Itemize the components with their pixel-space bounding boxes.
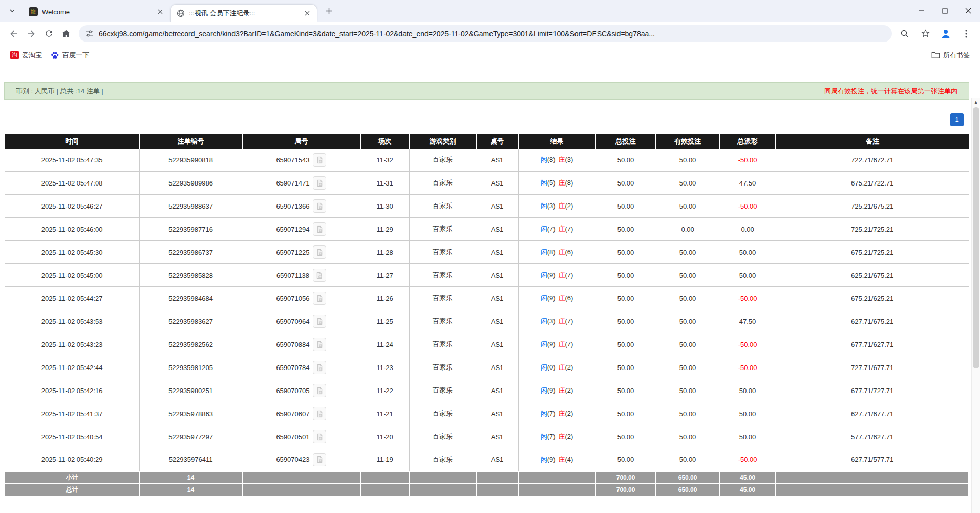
banker-result-label: 庄	[559, 340, 565, 348]
scroll-up-arrow[interactable]: ▲	[972, 98, 980, 106]
video-replay-icon[interactable]	[313, 338, 326, 351]
session-cell: 11-32	[360, 149, 409, 172]
total-bet-cell[interactable]: 50.00	[595, 310, 656, 333]
session-cell: 11-25	[360, 310, 409, 333]
empty-cell	[476, 471, 518, 484]
player-result-label: 闲	[541, 363, 547, 371]
vertical-scrollbar[interactable]: ▲ ▼	[971, 98, 980, 513]
total-bet-cell[interactable]: 50.00	[595, 241, 656, 264]
video-replay-icon[interactable]	[313, 245, 326, 259]
bet-id-cell: 522935978863	[139, 402, 242, 425]
total-bet-cell[interactable]: 50.00	[595, 402, 656, 425]
bookmark-star-icon[interactable]	[917, 25, 934, 43]
notice-text: 同局有效投注，统一计算在该局第一张注单内	[824, 87, 957, 96]
table-row: 2025-11-02 05:41:37 522935978863 6590706…	[5, 402, 969, 425]
table-row: 2025-11-02 05:46:00 522935987716 6590712…	[5, 218, 969, 241]
browser-toolbar: 66cxkj98.com/game/betrecord_search/kind3…	[0, 22, 980, 46]
table-row: 2025-11-02 05:42:44 522935981205 6590707…	[5, 356, 969, 379]
total-bet-cell[interactable]: 50.00	[595, 356, 656, 379]
time-cell: 2025-11-02 05:40:54	[5, 425, 139, 448]
player-result-points: (9)	[547, 456, 556, 463]
video-replay-icon[interactable]	[313, 315, 326, 328]
video-replay-icon[interactable]	[313, 269, 326, 282]
close-tab-icon[interactable]	[156, 7, 165, 16]
total-bet-cell[interactable]: 50.00	[595, 172, 656, 195]
table-no-cell: AS1	[476, 218, 518, 241]
pagination: 1	[4, 113, 964, 126]
payout-cell: 47.50	[719, 172, 776, 195]
time-cell: 2025-11-02 05:40:29	[5, 448, 139, 471]
total-bet-cell[interactable]: 50.00	[595, 149, 656, 172]
game-type-cell: 百家乐	[409, 356, 476, 379]
forward-button[interactable]	[23, 25, 40, 43]
remark-cell: 627.71/577.71	[776, 448, 969, 471]
scrollbar-thumb[interactable]	[973, 107, 979, 368]
all-bookmarks-button[interactable]: 所有书签	[927, 49, 974, 62]
reload-button[interactable]	[40, 25, 57, 43]
round-number: 659070501	[276, 433, 309, 441]
video-replay-icon[interactable]	[313, 153, 326, 167]
total-bet-cell[interactable]: 50.00	[595, 425, 656, 448]
site-info-icon[interactable]	[85, 29, 94, 38]
total-bet-cell[interactable]: 50.00	[595, 287, 656, 310]
table-no-cell: AS1	[476, 287, 518, 310]
empty-cell	[518, 484, 595, 496]
valid-bet-cell: 50.00	[656, 310, 719, 333]
video-replay-icon[interactable]	[313, 407, 326, 420]
total-bet-cell[interactable]: 50.00	[595, 448, 656, 471]
url-bar[interactable]: 66cxkj98.com/game/betrecord_search/kind3…	[79, 25, 892, 42]
result-cell: 闲(3)庄(7)	[518, 310, 595, 333]
tab-bet-records[interactable]: :::视讯 会员下注纪录:::	[170, 4, 317, 22]
profile-avatar[interactable]	[937, 25, 954, 43]
close-window-button[interactable]	[956, 0, 980, 22]
player-result-label: 闲	[541, 386, 547, 394]
bookmark-taobao[interactable]: 淘 爱淘宝	[6, 49, 46, 62]
maximize-button[interactable]	[933, 0, 956, 22]
total-bet-cell[interactable]: 50.00	[595, 195, 656, 218]
total-bet-cell[interactable]: 50.00	[595, 264, 656, 287]
table-row: 2025-11-02 05:45:00 522935985828 6590711…	[5, 264, 969, 287]
tab-search-button[interactable]	[5, 4, 19, 18]
page-1-button[interactable]: 1	[950, 113, 964, 126]
session-cell: 11-24	[360, 333, 409, 356]
result-cell: 闲(7)庄(2)	[518, 402, 595, 425]
video-replay-icon[interactable]	[313, 222, 326, 236]
video-replay-icon[interactable]	[313, 361, 326, 374]
banker-result-points: (7)	[565, 271, 573, 279]
new-tab-button[interactable]	[322, 4, 336, 18]
bet-records-table: 时间 注单编号 局号 场次 游戏类别 桌号 结果 总投注 有效投注 总派彩 备注…	[4, 134, 969, 497]
video-replay-icon[interactable]	[313, 176, 326, 190]
tab-title: Welcome	[42, 8, 152, 16]
payout-value: 47.50	[739, 318, 756, 325]
empty-cell	[360, 471, 409, 484]
bookmark-baidu[interactable]: 百度一下	[46, 49, 93, 62]
time-cell: 2025-11-02 05:47:08	[5, 172, 139, 195]
close-tab-icon[interactable]	[303, 9, 312, 18]
col-remark: 备注	[776, 134, 969, 149]
total-bet-cell[interactable]: 50.00	[595, 218, 656, 241]
round-number: 659070884	[276, 341, 309, 348]
valid-bet-cell: 0.00	[656, 218, 719, 241]
total-label: 总计	[5, 484, 139, 496]
empty-cell	[242, 484, 360, 496]
video-replay-icon[interactable]	[313, 384, 326, 397]
session-cell: 11-22	[360, 379, 409, 402]
back-button[interactable]	[5, 25, 23, 43]
minimize-button[interactable]	[909, 0, 933, 22]
total-bet-cell[interactable]: 50.00	[595, 379, 656, 402]
zoom-icon[interactable]	[896, 25, 913, 43]
total-bet-cell[interactable]: 50.00	[595, 333, 656, 356]
round-cell: 659070884	[242, 333, 360, 356]
round-cell: 659071543	[242, 149, 360, 172]
col-table-no: 桌号	[476, 134, 518, 149]
valid-bet-cell: 50.00	[656, 149, 719, 172]
video-replay-icon[interactable]	[313, 292, 326, 305]
player-result-points: (9)	[547, 271, 556, 279]
video-replay-icon[interactable]	[313, 453, 326, 466]
tab-welcome[interactable]: 龍 Welcome	[23, 4, 170, 20]
home-button[interactable]	[57, 25, 75, 43]
video-replay-icon[interactable]	[313, 199, 326, 213]
video-replay-icon[interactable]	[313, 430, 326, 443]
menu-dots-icon[interactable]	[957, 25, 975, 43]
round-number: 659070964	[276, 318, 309, 325]
